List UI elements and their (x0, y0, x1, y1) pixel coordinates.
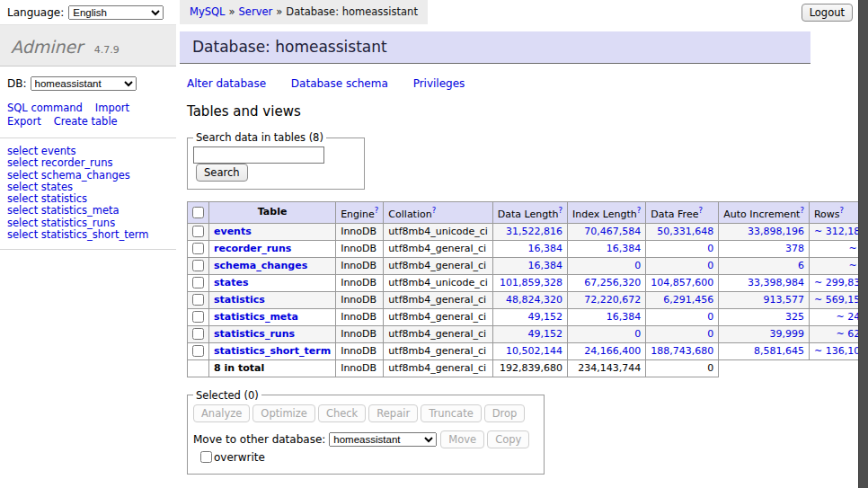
row-checkbox[interactable] (192, 260, 204, 271)
sidebar-table-link[interactable]: select statistics (7, 193, 169, 205)
index-length-cell-link[interactable]: 70,467,584 (584, 226, 641, 237)
sidebar-link-import[interactable]: Import (95, 102, 129, 114)
collation-cell: utf8mb4_general_ci (384, 325, 492, 342)
data-length-cell-link[interactable]: 101,859,328 (500, 277, 562, 288)
language-select[interactable]: English (68, 5, 164, 20)
data-length-cell: 31,522,816 (492, 223, 567, 240)
sidebar-table-link[interactable]: select events (7, 146, 169, 157)
auto-increment-cell-link[interactable]: 6 (798, 260, 804, 271)
index-length-cell-link[interactable]: 0 (634, 328, 641, 340)
help-link[interactable]: ? (698, 206, 703, 215)
analyze-button[interactable]: Analyze (193, 404, 250, 422)
optimize-button[interactable]: Optimize (252, 404, 315, 422)
auto-increment-cell-link[interactable]: 378 (785, 243, 804, 254)
drop-button[interactable]: Drop (484, 404, 526, 422)
index-length-cell-link[interactable]: 16,384 (607, 311, 642, 323)
data-free-cell-link[interactable]: 6,291,456 (663, 294, 713, 306)
index-length-cell-link[interactable]: 0 (634, 260, 641, 271)
auto-increment-cell-link[interactable]: 8,581,645 (754, 345, 804, 357)
row-checkbox[interactable] (192, 294, 204, 306)
sidebar-table-link[interactable]: select statistics_meta (7, 205, 169, 217)
page-title: Database: homeassistant (180, 31, 810, 64)
row-checkbox-cell (188, 291, 209, 308)
index-length-cell-link[interactable]: 67,256,320 (584, 277, 641, 288)
repair-button[interactable]: Repair (368, 404, 418, 422)
move-db-select[interactable]: homeassistant (329, 432, 437, 447)
sidebar-table-link[interactable]: select schema_changes (7, 170, 169, 182)
breadcrumb-mysql[interactable]: MySQL (190, 5, 226, 18)
index-length-cell-link[interactable]: 24,166,400 (584, 345, 641, 357)
data-free-cell-link[interactable]: 50,331,648 (657, 226, 713, 237)
app-name[interactable]: Adminer (11, 37, 83, 57)
sidebar-table-link[interactable]: select statistics_short_term (7, 229, 169, 241)
help-link[interactable]: ? (800, 206, 804, 215)
table-link[interactable]: statistics (214, 294, 265, 306)
table-link[interactable]: schema_changes (214, 260, 307, 271)
row-checkbox[interactable] (192, 226, 204, 237)
search-input[interactable] (193, 146, 324, 164)
data-length-cell-link[interactable]: 16,384 (528, 260, 563, 271)
sidebar-link-sql-command[interactable]: SQL command (7, 102, 83, 114)
row-checkbox[interactable] (192, 277, 204, 288)
data-free-cell-link[interactable]: 0 (707, 260, 713, 271)
db-select[interactable]: homeassistant (31, 76, 137, 91)
help-link[interactable]: ? (637, 206, 642, 215)
data-free-cell-link[interactable]: 0 (707, 311, 713, 323)
sidebar-menu: SQL commandImport ExportCreate table (0, 94, 176, 138)
data-free-cell-link[interactable]: 104,857,600 (651, 277, 713, 288)
table-link[interactable]: states (214, 277, 249, 288)
auto-increment-cell-link[interactable]: 33,398,984 (748, 277, 804, 288)
auto-increment-cell-link[interactable]: 325 (785, 311, 804, 323)
row-checkbox[interactable] (192, 328, 204, 340)
sidebar-link-create-table[interactable]: Create table (54, 115, 118, 128)
select-all-checkbox[interactable] (192, 207, 204, 218)
sidebar-table-link[interactable]: select states (7, 182, 169, 193)
move-button[interactable]: Move (440, 430, 484, 448)
scrollbar[interactable] (858, 0, 868, 488)
table-link[interactable]: events (214, 226, 252, 237)
data-free-cell: 0 (646, 308, 719, 325)
auto-increment-cell-link[interactable]: 39,999 (769, 328, 804, 340)
copy-button[interactable]: Copy (487, 430, 529, 448)
data-length-cell-link[interactable]: 16,384 (528, 243, 563, 254)
help-link[interactable]: ? (559, 206, 563, 215)
overwrite-checkbox[interactable] (200, 451, 212, 463)
data-free-cell-link[interactable]: 188,743,680 (651, 345, 713, 357)
check-button[interactable]: Check (318, 404, 366, 422)
logout-button[interactable]: Logout (802, 4, 853, 22)
search-button[interactable]: Search (196, 164, 248, 182)
data-length-cell-link[interactable]: 10,502,144 (506, 345, 562, 357)
db-selector-row: DB:homeassistant (0, 67, 176, 94)
total-data-free-cell: 0 (646, 359, 719, 377)
row-checkbox[interactable] (192, 311, 204, 323)
data-free-cell-link[interactable]: 0 (707, 243, 713, 254)
table-link[interactable]: statistics_meta (214, 311, 298, 323)
table-link[interactable]: recorder_runs (214, 243, 291, 254)
index-length-cell-link[interactable]: 72,220,672 (584, 294, 641, 306)
database-schema-link[interactable]: Database schema (291, 77, 388, 90)
data-length-cell-link[interactable]: 49,152 (528, 328, 563, 340)
row-checkbox[interactable] (192, 243, 204, 254)
truncate-button[interactable]: Truncate (421, 404, 482, 422)
alter-database-link[interactable]: Alter database (187, 77, 266, 90)
sidebar-table-link[interactable]: select recorder_runs (7, 157, 169, 169)
data-length-cell-link[interactable]: 49,152 (528, 311, 563, 323)
row-checkbox[interactable] (192, 345, 204, 357)
data-free-cell-link[interactable]: 0 (707, 328, 713, 340)
data-length-cell-link[interactable]: 31,522,816 (506, 226, 562, 237)
help-link[interactable]: ? (432, 206, 437, 215)
table-link[interactable]: statistics_runs (214, 328, 295, 340)
app-version[interactable]: 4.7.9 (94, 44, 120, 56)
sidebar-table-link[interactable]: select statistics_runs (7, 217, 169, 229)
data-length-cell-link[interactable]: 48,824,320 (506, 294, 562, 306)
index-length-cell-link[interactable]: 16,384 (607, 243, 642, 254)
table-link[interactable]: statistics_short_term (214, 345, 331, 357)
auto-increment-cell-link[interactable]: 913,577 (763, 294, 804, 306)
privileges-link[interactable]: Privileges (413, 77, 465, 90)
auto-increment-cell-link[interactable]: 33,898,196 (748, 226, 804, 237)
table-row: eventsInnoDButf8mb4_unicode_ci31,522,816… (188, 223, 868, 240)
help-link[interactable]: ? (375, 206, 379, 215)
help-link[interactable]: ? (840, 206, 845, 215)
sidebar-link-export[interactable]: Export (7, 115, 41, 128)
breadcrumb-server[interactable]: Server (239, 5, 273, 18)
